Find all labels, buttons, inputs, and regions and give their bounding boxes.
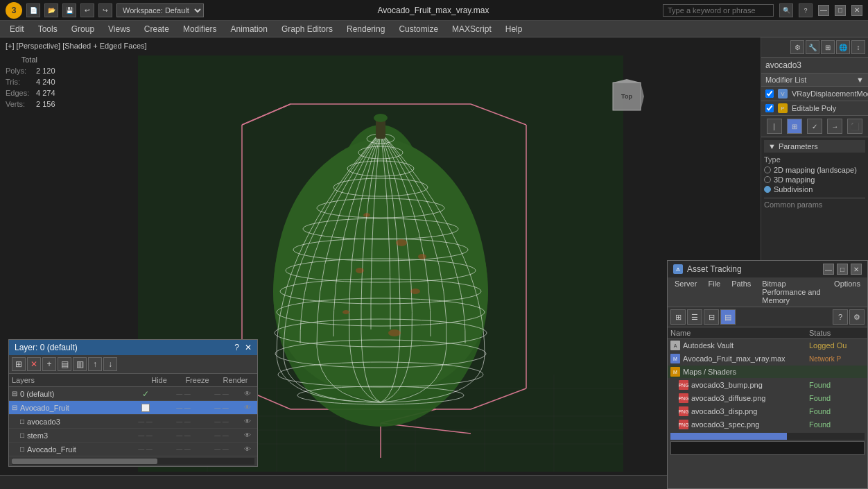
table-row[interactable]: PNG avocado3_diffuse.png Found <box>668 392 867 405</box>
modifier-list-dropdown[interactable]: ▼ <box>856 76 864 84</box>
modifier-entry-vray[interactable]: V VRayDisplacementMod <box>761 87 868 101</box>
radio-subdivision[interactable]: Subdivision <box>764 185 865 194</box>
asset-tool-1[interactable]: ⊞ <box>670 309 686 325</box>
layer-tool-delete[interactable]: ✕ <box>27 357 41 371</box>
panel-icon-4[interactable]: 🌐 <box>836 40 850 54</box>
table-row[interactable]: M Maps / Shaders <box>668 366 867 379</box>
asset-maximize[interactable]: □ <box>837 264 848 275</box>
svg-marker-50 <box>613 79 641 83</box>
asset-menu-file[interactable]: File <box>704 279 724 305</box>
asset-status: Network P <box>809 355 865 363</box>
open-button[interactable]: 📂 <box>44 3 58 17</box>
table-row[interactable]: A Autodesk Vault Logged Ou <box>668 339 867 352</box>
asset-close[interactable]: ✕ <box>851 264 862 275</box>
viewport[interactable]: [+] [Perspective] [Shaded + Edged Faces]… <box>0 37 761 489</box>
viewport-label: [+] [Perspective] [Shaded + Edged Faces] <box>6 42 147 50</box>
table-row[interactable]: □ stem3 — — — — — — 👁 <box>9 429 257 443</box>
asset-menu-paths[interactable]: Paths <box>727 279 755 305</box>
menu-views[interactable]: Views <box>101 23 137 35</box>
navigation-cube[interactable]: Top <box>609 79 644 114</box>
layer-dialog-titlebar[interactable]: Layer: 0 (default) ? ✕ <box>9 340 257 355</box>
asset-tool-help[interactable]: ? <box>833 309 848 325</box>
asset-input[interactable] <box>670 441 865 455</box>
asset-tool-4[interactable]: ▤ <box>720 309 736 325</box>
layer-tool-7[interactable]: ↓ <box>103 357 117 371</box>
layer-tool-1[interactable]: ⊞ <box>12 357 26 371</box>
table-row[interactable]: M Avocado_Fruit_max_vray.max Network P <box>668 352 867 366</box>
png-icon: PNG <box>679 420 688 429</box>
svg-point-41 <box>410 289 420 294</box>
asset-tool-3[interactable]: ⊟ <box>704 309 719 325</box>
panel-icon-3[interactable]: ⊞ <box>821 40 835 54</box>
layer-help-button[interactable]: ? <box>234 343 239 352</box>
svg-point-47 <box>374 114 388 122</box>
modifier-entry-poly[interactable]: P Editable Poly <box>761 101 868 116</box>
search-button[interactable]: 🔍 <box>779 3 793 17</box>
layer-tool-4[interactable]: ▤ <box>58 357 71 371</box>
menu-modifiers[interactable]: Modifiers <box>176 23 224 35</box>
table-row[interactable]: PNG avocado3_spec.png Found <box>668 418 867 431</box>
layer-tool-5[interactable]: ▥ <box>73 357 87 371</box>
menu-animation[interactable]: Animation <box>224 23 275 35</box>
modifier-checkbox-poly[interactable] <box>765 104 774 112</box>
table-row[interactable]: □ Avocado_Fruit — — — — — — 👁 <box>9 443 257 456</box>
menu-maxscript[interactable]: MAXScript <box>445 23 498 35</box>
help-button[interactable]: ? <box>799 3 813 17</box>
common-params-label: Common params <box>764 198 865 211</box>
table-row[interactable]: PNG avocado3_disp.png Found <box>668 405 867 418</box>
radio-2d-mapping[interactable]: 2D mapping (landscape) <box>764 166 865 174</box>
layer-close-button[interactable]: ✕ <box>245 343 252 352</box>
menu-help[interactable]: Help <box>498 23 530 35</box>
menu-customize[interactable]: Customize <box>392 23 445 35</box>
new-button[interactable]: 📄 <box>26 3 40 17</box>
panel-icon-2[interactable]: 🔧 <box>806 40 819 54</box>
panel-tool-1[interactable]: | <box>767 119 782 134</box>
png-icon: PNG <box>679 393 688 403</box>
panel-icon-5[interactable]: ↕ <box>851 40 865 54</box>
panel-tool-4[interactable]: → <box>827 119 842 134</box>
asset-progress-bar <box>670 433 865 440</box>
asset-dialog-title: Asset Tracking <box>687 264 742 274</box>
asset-menu-bitmap[interactable]: Bitmap Performance and Memory <box>758 279 827 305</box>
menu-tools[interactable]: Tools <box>31 23 64 35</box>
layer-col-hide: Hide <box>140 376 178 384</box>
panel-tool-2[interactable]: ⊞ <box>787 119 802 134</box>
panel-tool-3[interactable]: ✓ <box>807 119 822 134</box>
layer-col-freeze: Freeze <box>178 376 216 384</box>
asset-tool-2[interactable]: ☰ <box>687 309 702 325</box>
modifier-list-header[interactable]: Modifier List ▼ <box>761 74 868 87</box>
table-row[interactable]: □ avocado3 — — — — — — 👁 <box>9 415 257 429</box>
panel-tool-5[interactable]: ⬛ <box>847 119 862 134</box>
panel-icon-1[interactable]: ⚙ <box>790 40 804 54</box>
layer-dialog-title: Layer: 0 (default) <box>15 343 78 352</box>
table-row[interactable]: ⊟ 0 (default) ✓ — — — — 👁 <box>9 387 257 401</box>
menu-group[interactable]: Group <box>64 23 101 35</box>
maximize-button[interactable]: □ <box>835 5 846 16</box>
table-row[interactable]: PNG avocado3_bump.png Found <box>668 379 867 392</box>
asset-dialog-titlebar[interactable]: A Asset Tracking — □ ✕ <box>668 261 867 277</box>
layer-scrollbar[interactable] <box>12 458 254 465</box>
object-name[interactable]: avocado3 <box>761 58 868 74</box>
menu-graph-editors[interactable]: Graph Editors <box>275 23 340 35</box>
table-row[interactable]: ⊟ Avocado_Fruit — — — — 👁 <box>9 401 257 415</box>
menubar: Edit Tools Group Views Create Modifiers … <box>0 21 868 37</box>
asset-tool-settings[interactable]: ⚙ <box>849 309 865 325</box>
app-logo: 3 <box>6 2 22 19</box>
search-input[interactable] <box>663 4 774 17</box>
menu-edit[interactable]: Edit <box>3 23 31 35</box>
menu-create[interactable]: Create <box>137 23 176 35</box>
minimize-button[interactable]: — <box>818 5 829 16</box>
close-button[interactable]: ✕ <box>851 5 862 16</box>
radio-3d-mapping[interactable]: 3D mapping <box>764 175 865 184</box>
layer-tool-6[interactable]: ↑ <box>88 357 102 371</box>
asset-menu-options[interactable]: Options <box>830 279 865 305</box>
layer-tool-add[interactable]: + <box>42 357 56 371</box>
save-button[interactable]: 💾 <box>62 3 76 17</box>
menu-rendering[interactable]: Rendering <box>340 23 392 35</box>
asset-menu-server[interactable]: Server <box>670 279 701 305</box>
modifier-checkbox-vray[interactable] <box>765 89 774 98</box>
redo-button[interactable]: ↪ <box>98 3 112 17</box>
undo-button[interactable]: ↩ <box>80 3 94 17</box>
asset-minimize[interactable]: — <box>823 264 834 275</box>
workspace-dropdown[interactable]: Workspace: Default <box>116 3 204 17</box>
